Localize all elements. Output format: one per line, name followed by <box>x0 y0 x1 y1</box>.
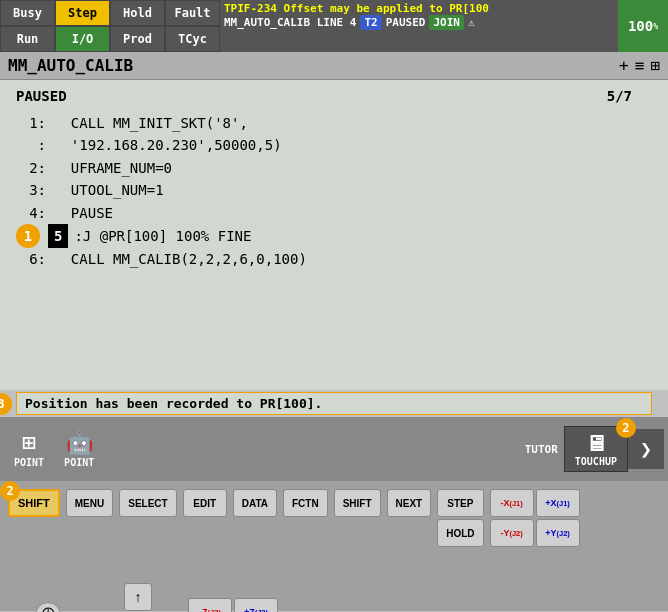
empty-cell-tr <box>154 583 182 611</box>
j1-minus[interactable]: -X(J1) <box>490 489 534 517</box>
line-num-4: 4: <box>16 202 46 224</box>
menu-key[interactable]: MENU <box>66 489 113 517</box>
code-line-2: 2: UFRAME_NUM=0 <box>16 157 652 179</box>
code-lines: 1: CALL MM_INIT_SKT('8', : '192.168.20.2… <box>16 112 652 271</box>
io-cell: I/O <box>55 26 110 52</box>
shift-key2[interactable]: SHIFT <box>334 489 381 517</box>
j-axis-section-2: -Z(J3) +Z(J3) -Y(J2) +Y(J2) <box>188 598 278 612</box>
line-content-6: CALL MM_CALIB(2,2,2,6,0,100) <box>54 248 307 270</box>
page-title: MM_AUTO_CALIB <box>8 56 619 75</box>
menu-lines-icon[interactable]: ≡ <box>635 56 645 75</box>
tcyc-cell: TCyc <box>165 26 220 52</box>
j2-plus[interactable]: +Y(J2) <box>536 519 580 547</box>
line-num-1: 1: <box>16 112 46 134</box>
robot-icon: 🤖 <box>66 430 93 455</box>
touchup-icon: 🖥 <box>585 431 607 456</box>
up-arrow-key[interactable]: ↑ <box>124 583 152 611</box>
j-axis-section: -X(J1) +X(J1) -Y(J2) +Y(J2) <box>490 489 580 577</box>
fctn-key[interactable]: FCTN <box>283 489 328 517</box>
line-content-3: UTOOL_NUM=1 <box>54 179 164 201</box>
zoom-icon[interactable]: + <box>619 56 629 75</box>
keyboard-row2: ⓘ DISP ↑ ← → ↓ -Z(J3) +Z(J3) -Y(J2) +Y(J… <box>0 581 668 612</box>
code-area: PAUSED 5/7 1: CALL MM_INIT_SKT('8', : '1… <box>0 80 668 390</box>
top-bar-messages: TPIF-234 Offset may be applied to PR[100… <box>220 0 618 52</box>
busy-cell: Busy <box>0 0 55 26</box>
top-status-bar: Busy Step Hold Fault Run I/O Prod TCyc T… <box>0 0 668 52</box>
edit-key[interactable]: EDIT <box>183 489 227 517</box>
point-label: POINT <box>14 457 44 468</box>
step-cell: Step <box>55 0 110 26</box>
keyboard-area: SHIFT 2 MENU SELECT EDIT DATA FCTN SHIFT… <box>0 481 668 611</box>
message1: TPIF-234 Offset may be applied to PR[100 <box>224 2 614 15</box>
badge-2-keyboard: 2 <box>0 481 20 501</box>
info-button[interactable]: ⓘ <box>35 602 61 613</box>
j3-minus[interactable]: -Z(J3) <box>188 598 232 612</box>
fault-cell: Fault <box>165 0 220 26</box>
badge-1: 1 <box>16 224 40 248</box>
percent-badge: 100% <box>618 0 668 52</box>
line-content-1: CALL MM_INIT_SKT('8', <box>54 112 248 134</box>
join-badge: JOIN <box>429 15 464 30</box>
line-num-1c: : <box>16 134 46 156</box>
code-line-1c: : '192.168.20.230',50000,5) <box>16 134 652 156</box>
j1-plus[interactable]: +X(J1) <box>536 489 580 517</box>
point-icon: ⊞ <box>22 430 35 455</box>
line-num-6: 6: <box>16 248 46 270</box>
title-bar: MM_AUTO_CALIB + ≡ ⊞ <box>0 52 668 80</box>
badge-2: 2 <box>616 418 636 438</box>
line-num-2: 2: <box>16 157 46 179</box>
warn-icon: ⚠ <box>468 16 475 29</box>
line-content-4: PAUSE <box>54 202 113 224</box>
touchup-wrapper: 🖥 TOUCHUP 2 <box>564 426 628 472</box>
status-cells: Busy Step Hold Fault Run I/O Prod TCyc <box>0 0 220 52</box>
message2-prefix: MM_AUTO_CALIB LINE 4 <box>224 16 356 29</box>
tutor-label: TUTOR <box>525 443 558 456</box>
shift-wrapper: SHIFT 2 <box>8 489 60 517</box>
robot-label: POINT <box>64 457 94 468</box>
prod-cell: Prod <box>110 26 165 52</box>
badge-3: 3 <box>0 393 12 415</box>
line-content-1c: '192.168.20.230',50000,5) <box>54 134 282 156</box>
line-counter: 5/7 <box>607 88 632 104</box>
hold-key[interactable]: HOLD <box>437 519 483 547</box>
code-line-1: 1: CALL MM_INIT_SKT('8', <box>16 112 652 134</box>
line-num-3: 3: <box>16 179 46 201</box>
step-key[interactable]: STEP <box>437 489 483 517</box>
nav-point[interactable]: ⊞ POINT <box>4 426 54 472</box>
nav-robot-icon[interactable]: 🤖 POINT <box>54 426 104 472</box>
code-line-4: 4: PAUSE <box>16 202 652 224</box>
paused-badge: PAUSED <box>386 16 426 29</box>
line-num-5-box: 5 <box>48 224 68 248</box>
j3-plus[interactable]: +Z(J3) <box>234 598 278 612</box>
nav-bar: ⊞ POINT 🤖 POINT TUTOR 🖥 TOUCHUP 2 ❯ <box>0 417 668 481</box>
grid-icon[interactable]: ⊞ <box>650 56 660 75</box>
t2-badge: T2 <box>360 15 381 30</box>
select-key[interactable]: SELECT <box>119 489 176 517</box>
j2-minus[interactable]: -Y(J2) <box>490 519 534 547</box>
status-message: Position has been recorded to PR[100]. <box>16 392 652 415</box>
line-content-5: :J @PR[100] 100% FINE <box>74 225 251 247</box>
nav-arrow[interactable]: ❯ <box>628 429 664 469</box>
left-panel: ⓘ DISP <box>8 602 88 613</box>
code-line-5: 1 5 :J @PR[100] 100% FINE <box>16 224 652 248</box>
message2: MM_AUTO_CALIB LINE 4 T2 PAUSED JOIN ⚠ <box>224 15 614 30</box>
next-key[interactable]: NEXT <box>387 489 432 517</box>
code-line-6: 6: CALL MM_CALIB(2,2,2,6,0,100) <box>16 248 652 270</box>
step-hold-section: STEP HOLD <box>437 489 483 547</box>
hold-cell: Hold <box>110 0 165 26</box>
code-line-3: 3: UTOOL_NUM=1 <box>16 179 652 201</box>
empty-cell-tl <box>94 583 122 611</box>
keyboard-row1: SHIFT 2 MENU SELECT EDIT DATA FCTN SHIFT… <box>0 485 668 581</box>
run-cell: Run <box>0 26 55 52</box>
touchup-label: TOUCHUP <box>575 456 617 467</box>
paused-header: PAUSED 5/7 <box>16 88 652 104</box>
paused-label: PAUSED <box>16 88 67 104</box>
arrow-cross: ↑ ← → ↓ <box>94 583 182 612</box>
title-bar-icons: + ≡ ⊞ <box>619 56 660 75</box>
data-key[interactable]: DATA <box>233 489 277 517</box>
line-content-2: UFRAME_NUM=0 <box>54 157 172 179</box>
